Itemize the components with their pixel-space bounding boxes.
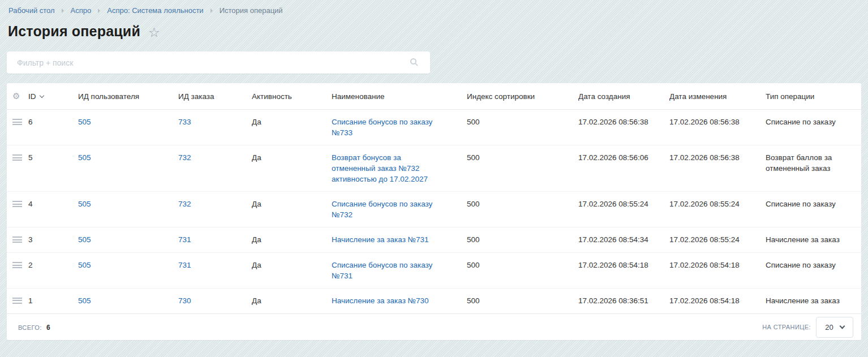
filter-search-panel [7,51,430,74]
cell-operation-type: Возврат баллов за отмененный заказ [766,145,861,192]
cell-sort-index: 500 [467,227,578,253]
cell-active: Да [252,289,332,314]
cell-created: 17.02.2026 08:56:06 [578,145,669,192]
search-icon[interactable] [410,58,416,64]
column-header-active[interactable]: Активность [252,83,332,110]
per-page-control: НА СТРАНИЦЕ: 20 [762,317,853,338]
operations-grid-panel: ⚙ ID ИД пользователя ИД заказа Активност… [7,83,861,340]
order-id-link[interactable]: 733 [178,118,191,126]
table-row: 5 505 732 Да Возврат бонусов за отмененн… [7,145,861,192]
user-id-link[interactable]: 505 [78,235,91,244]
chevron-down-icon [839,323,845,329]
column-header-operation-type[interactable]: Тип операции [766,83,861,110]
table-row: 2 505 731 Да Списание бонусов по заказу … [7,253,861,289]
cell-modified: 17.02.2026 08:56:38 [669,145,766,192]
total-label: ВСЕГО: [18,324,42,331]
user-id-link[interactable]: 505 [78,118,91,126]
page-header: История операций ☆ [0,15,868,40]
cell-sort-index: 500 [467,253,578,289]
cell-modified: 17.02.2026 08:54:18 [669,253,766,289]
cell-modified: 17.02.2026 08:56:38 [669,110,766,145]
cell-modified: 17.02.2026 08:55:24 [669,192,766,227]
user-id-link[interactable]: 505 [78,200,91,208]
total-value: 6 [46,324,50,332]
column-header-modified[interactable]: Дата изменения [669,83,766,110]
column-header-name[interactable]: Наименование [332,83,467,110]
column-header-order-id[interactable]: ИД заказа [178,83,252,110]
order-id-link[interactable]: 731 [178,261,191,269]
cell-created: 17.02.2026 08:36:51 [578,289,669,314]
table-header-row: ⚙ ID ИД пользователя ИД заказа Активност… [7,83,861,110]
operation-name-link[interactable]: Начисление за заказ №730 [332,296,429,305]
breadcrumb-separator-icon [98,8,100,13]
table-row: 4 505 732 Да Списание бонусов по заказу … [7,192,861,227]
breadcrumb-separator-icon [210,8,213,13]
cell-operation-type: Списание по заказу [766,192,861,227]
cell-created: 17.02.2026 08:54:34 [578,227,669,253]
operation-name-link[interactable]: Списание бонусов по заказу №731 [332,261,432,280]
cell-id: 5 [28,145,78,192]
table-row: 6 505 733 Да Списание бонусов по заказу … [7,110,861,145]
breadcrumb-item-desktop[interactable]: Рабочий стол [8,6,55,15]
sort-direction-chevron-down-icon [39,93,44,97]
column-header-created[interactable]: Дата создания [578,83,669,110]
grid-settings-gear-icon[interactable]: ⚙ [12,91,20,101]
order-id-link[interactable]: 732 [178,153,191,162]
cell-modified: 17.02.2026 08:54:18 [669,289,766,314]
operation-name-link[interactable]: Начисление за заказ №731 [332,235,429,244]
order-id-link[interactable]: 731 [178,235,191,244]
cell-active: Да [252,253,332,289]
cell-created: 17.02.2026 08:54:18 [578,253,669,289]
cell-active: Да [252,145,332,192]
total-counter: ВСЕГО: 6 [18,322,50,332]
breadcrumb-item-aspro[interactable]: Аспро [71,6,92,15]
cell-modified: 17.02.2026 08:55:24 [669,227,766,253]
row-actions-menu-icon[interactable] [12,236,22,243]
cell-id: 4 [28,192,78,227]
grid-footer: ВСЕГО: 6 НА СТРАНИЦЕ: 20 [7,313,861,340]
row-actions-menu-icon[interactable] [12,201,22,207]
order-id-link[interactable]: 732 [178,200,191,208]
cell-sort-index: 500 [467,289,578,314]
breadcrumb: Рабочий стол Аспро Аспро: Система лояльн… [0,0,868,15]
cell-id: 6 [28,110,78,145]
user-id-link[interactable]: 505 [78,261,91,269]
table-row: 1 505 730 Да Начисление за заказ №730 50… [7,289,861,314]
operations-table: ⚙ ID ИД пользователя ИД заказа Активност… [7,83,861,313]
page-title: История операций [8,23,140,40]
operation-name-link[interactable]: Списание бонусов по заказу №732 [332,200,432,219]
cell-active: Да [252,227,332,253]
cell-operation-type: Списание по заказу [766,253,861,289]
cell-created: 17.02.2026 08:55:24 [578,192,669,227]
cell-operation-type: Начисление за заказ [766,289,861,314]
cell-active: Да [252,110,332,145]
breadcrumb-item-current: История операций [220,6,283,15]
row-actions-menu-icon[interactable] [12,298,22,304]
cell-id: 3 [28,227,78,253]
cell-active: Да [252,192,332,227]
table-row: 3 505 731 Да Начисление за заказ №731 50… [7,227,861,253]
operation-name-link[interactable]: Возврат бонусов за отмененный заказ №732… [332,153,428,183]
breadcrumb-item-loyalty-system[interactable]: Аспро: Система лояльности [107,6,203,15]
user-id-link[interactable]: 505 [78,153,91,162]
per-page-value: 20 [825,323,833,332]
breadcrumb-separator-icon [62,8,64,13]
order-id-link[interactable]: 730 [178,296,191,305]
column-header-id-label: ID [28,92,36,101]
filter-search-input[interactable] [7,51,430,74]
row-actions-menu-icon[interactable] [12,154,22,161]
per-page-label: НА СТРАНИЦЕ: [762,324,811,330]
row-actions-menu-icon[interactable] [12,119,22,125]
operation-name-link[interactable]: Списание бонусов по заказу №733 [332,118,432,137]
column-header-user-id[interactable]: ИД пользователя [78,83,178,110]
user-id-link[interactable]: 505 [78,296,91,305]
row-actions-menu-icon[interactable] [12,262,22,268]
column-header-sort-index[interactable]: Индекс сортировки [467,83,578,110]
column-header-id[interactable]: ID [28,83,78,110]
cell-operation-type: Списание по заказу [766,110,861,145]
favorite-star-icon[interactable]: ☆ [148,26,160,39]
per-page-select[interactable]: 20 [816,317,853,338]
cell-sort-index: 500 [467,110,578,145]
cell-sort-index: 500 [467,192,578,227]
cell-created: 17.02.2026 08:56:38 [578,110,669,145]
